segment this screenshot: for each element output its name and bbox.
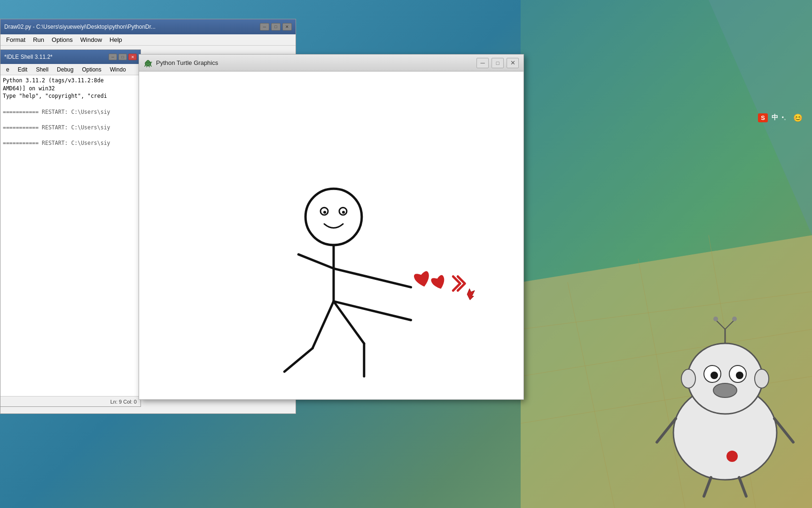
idle-editor-minimize[interactable]: ─ — [260, 23, 269, 31]
svg-point-20 — [681, 369, 695, 388]
idle-shell-menubar: e Edit Shell Debug Options Windo — [0, 64, 141, 75]
sougou-s-icon: S — [758, 113, 768, 122]
turtle-close-btn[interactable]: ✕ — [507, 58, 519, 68]
svg-line-32 — [149, 66, 149, 67]
svg-point-14 — [736, 372, 743, 379]
idle-editor-titlebar: Draw02.py - C:\Users\siyueweiyi\Desktop\… — [0, 19, 296, 34]
sougou-emoji: 😊 — [793, 113, 803, 122]
svg-point-39 — [323, 211, 326, 214]
idle-shell-window: *IDLE Shell 3.11.2* ─ □ ✕ e Edit Shell D… — [0, 49, 141, 407]
svg-point-29 — [147, 60, 149, 63]
shell-menu-edit[interactable]: Edit — [14, 65, 31, 74]
guard-character — [643, 310, 807, 499]
shell-minimize[interactable]: ─ — [109, 54, 117, 60]
turtle-window-controls[interactable]: ─ □ ✕ — [476, 58, 519, 68]
turtle-drawing — [139, 71, 523, 399]
shell-restart-2: =========== RESTART: C:\Users\siy — [3, 124, 138, 132]
svg-point-18 — [713, 317, 718, 321]
sougou-toolbar: S 中 •。 😊 — [521, 106, 812, 129]
shell-line-3: Type "help", "copyright", "credi — [3, 92, 138, 100]
svg-line-31 — [147, 66, 147, 67]
turtle-icon — [144, 59, 152, 67]
shell-restart-1: =========== RESTART: C:\Users\siy — [3, 108, 138, 116]
shell-line-6 — [3, 132, 138, 140]
idle-editor-menubar: Format Run Options Window Help — [0, 34, 296, 46]
turtle-window-title: Python Turtle Graphics — [156, 59, 218, 66]
idle-editor-title: Draw02.py - C:\Users\siyueweiyi\Desktop\… — [4, 24, 156, 30]
idle-shell-controls[interactable]: ─ □ ✕ — [109, 54, 137, 60]
shell-menu-debug[interactable]: Debug — [53, 65, 77, 74]
shell-menu-options[interactable]: Options — [78, 65, 105, 74]
svg-line-17 — [725, 320, 734, 329]
shell-restart-3: =========== RESTART: C:\Users\siy — [3, 139, 138, 147]
svg-point-10 — [687, 343, 763, 414]
idle-shell-title: *IDLE Shell 3.11.2* — [4, 54, 53, 60]
svg-rect-35 — [139, 71, 523, 399]
svg-line-33 — [150, 65, 151, 66]
turtle-titlebar: Python Turtle Graphics ─ □ ✕ — [139, 55, 523, 71]
svg-line-27 — [739, 477, 746, 496]
desktop-right-area — [521, 0, 812, 508]
menu-window[interactable]: Window — [77, 35, 106, 44]
idle-editor-controls[interactable]: ─ □ ✕ — [260, 23, 292, 31]
idle-editor-close[interactable]: ✕ — [282, 23, 292, 31]
shell-menu-window[interactable]: Windo — [106, 65, 130, 74]
svg-line-16 — [716, 320, 725, 329]
turtle-canvas-area — [139, 71, 523, 399]
svg-line-34 — [150, 62, 152, 63]
shell-close[interactable]: ✕ — [128, 54, 137, 60]
menu-format[interactable]: Format — [2, 35, 29, 44]
turtle-minimize-btn[interactable]: ─ — [476, 58, 489, 68]
svg-point-22 — [713, 383, 737, 397]
turtle-maximize-btn[interactable]: □ — [492, 58, 504, 68]
svg-point-40 — [342, 211, 345, 214]
menu-options[interactable]: Options — [48, 35, 77, 44]
svg-line-26 — [704, 477, 711, 496]
svg-point-25 — [726, 451, 738, 462]
svg-line-30 — [145, 65, 146, 66]
idle-shell-status: Ln: 9 Col: 0 — [110, 399, 137, 405]
sougou-punctuation: •。 — [782, 114, 789, 122]
sougou-chinese: 中 — [772, 113, 778, 122]
shell-menu-shell[interactable]: Shell — [32, 65, 52, 74]
svg-point-19 — [732, 317, 737, 321]
turtle-title-area: Python Turtle Graphics — [144, 59, 218, 67]
idle-editor-maximize[interactable]: □ — [271, 23, 281, 31]
menu-run[interactable]: Run — [29, 35, 48, 44]
idle-shell-content: Python 3.11.2 (tags/v3.11.2:8de AMD64)] … — [0, 75, 141, 396]
idle-shell-statusbar: Ln: 9 Col: 0 — [0, 396, 141, 406]
svg-marker-2 — [521, 0, 812, 282]
turtle-graphics-window: Python Turtle Graphics ─ □ ✕ — [139, 54, 524, 400]
shell-line-2: AMD64)] on win32 — [3, 85, 138, 93]
idle-shell-titlebar: *IDLE Shell 3.11.2* ─ □ ✕ — [0, 50, 141, 64]
shell-maximize[interactable]: □ — [118, 54, 127, 60]
menu-help[interactable]: Help — [106, 35, 126, 44]
svg-point-21 — [755, 369, 769, 388]
shell-line-5 — [3, 116, 138, 124]
shell-menu-file[interactable]: e — [2, 65, 13, 74]
shell-line-1: Python 3.11.2 (tags/v3.11.2:8de — [3, 77, 138, 85]
svg-point-13 — [710, 372, 718, 379]
shell-line-4 — [3, 100, 138, 108]
